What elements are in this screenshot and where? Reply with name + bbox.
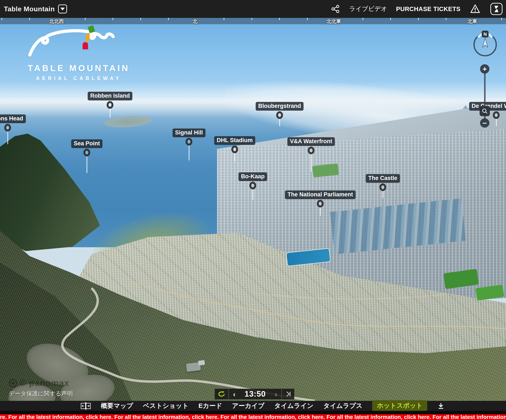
loop-icon [217,390,226,398]
hotspot-stem [189,146,189,160]
panorama-photo[interactable] [0,18,506,412]
compass-strip: 北北西 北 北北東 北東 [0,18,506,24]
skip-to-latest-button[interactable] [282,389,294,399]
ticker-text: re. For all the latest information, clic… [0,414,506,420]
tab-hotspots[interactable]: ホットスポット [372,400,427,412]
next-frame-button[interactable]: › [271,389,281,399]
camera-title: Table Mountain [4,5,55,13]
tab-timelapse[interactable]: タイムラプス [323,401,362,410]
north-badge: N [483,32,487,37]
privacy-statement-link[interactable]: データ保護に関する声明 [9,390,73,397]
cableway-station-roof [198,360,205,365]
compass-direction-nne: 北北東 [327,18,341,25]
hotspot-stem [110,109,110,118]
hotspot-stem [496,119,497,126]
hotspot-stem [253,189,253,200]
hotspot-ring-icon[interactable] [317,200,324,207]
zoom-out-button[interactable]: − [480,118,489,128]
panomax-fullscreen-button[interactable] [490,2,503,15]
hotspot-stem [234,153,235,161]
top-bar: Table Mountain ライブビデオ PURCHASE TICKETS [0,0,506,18]
share-icon[interactable] [331,4,340,14]
zoom-in-button[interactable]: + [480,64,489,74]
hotspot-ring-icon[interactable] [107,101,113,109]
live-video-link[interactable]: ライブビデオ [349,5,387,13]
hotspot-stem [7,132,8,144]
hotspot-label[interactable]: The Castle [366,174,400,183]
hotspot-label[interactable]: Bo-Kaap [238,172,267,181]
loop-playback-button[interactable] [215,389,228,399]
purchase-tickets-link[interactable]: PURCHASE TICKETS [396,6,460,13]
hotspot-stem [87,156,87,173]
hotspot-ring-icon[interactable] [186,138,192,146]
panomax-swirl-icon [8,379,17,388]
hotspot-ring-icon[interactable] [380,183,386,191]
hotspot-label[interactable]: Sea Point [71,139,102,148]
hotspot-label[interactable]: Lions Head [0,114,26,123]
panorama-viewer: Table Mountain ライブビデオ PURCHASE TICKETS [0,0,506,420]
hotspot-ring-icon[interactable] [276,111,283,119]
magnifier-icon [481,108,488,114]
tab-best-shot[interactable]: ベストショット [143,401,189,410]
tab-ecard[interactable]: Eカード [199,401,222,410]
news-ticker[interactable]: re. For all the latest information, clic… [0,414,506,420]
zoom-handle[interactable] [479,106,490,116]
warning-icon[interactable] [469,3,481,15]
previous-frame-button[interactable]: ‹ [229,389,240,399]
hotspot-ring-icon[interactable] [493,111,500,119]
hotspot-stem [320,207,321,215]
current-time: 13:50 [240,389,271,399]
panomax-watermark: © panomax [8,378,69,388]
hotspot-label[interactable]: Bloubergstrand [256,102,303,111]
hotspot-ring-icon[interactable] [231,146,238,153]
compass-direction-nnw: 北北西 [49,18,64,25]
hotspot-ring-icon[interactable] [4,124,11,132]
download-icon[interactable] [437,402,445,410]
hotspot-label[interactable]: The National Parliament [285,190,356,199]
hotspot-ring-icon[interactable] [83,149,90,156]
tab-timeline[interactable]: タイムライン [274,401,313,410]
camera-select-dropdown[interactable] [58,5,67,13]
skip-end-icon [285,391,292,397]
hotspot-label[interactable]: DHL Stadium [214,136,255,145]
tab-overview-map[interactable]: 概要マップ [101,401,133,410]
bottom-tab-bar: 概要マップ ベストショット Eカード アーカイブ タイムライン タイムラプス ホ… [0,401,506,411]
hotspot-label[interactable]: Robben Island [88,92,132,100]
compass-rose[interactable]: N [473,30,498,58]
divider-strip [0,411,506,414]
mountain-roads [0,18,506,412]
compass-direction-ne: 北東 [467,18,477,25]
time-control: ‹ 13:50 › [215,389,294,399]
chevron-down-icon [60,8,65,10]
hotspot-label[interactable]: Signal Hill [173,128,206,137]
hotspot-stem [280,119,280,126]
compass-direction-n: 北 [193,18,198,25]
hotspot-stem [383,191,383,198]
hotspot-ring-icon[interactable] [308,147,314,154]
hotspot-stem [311,154,312,172]
panel-resize-icon[interactable] [80,402,91,410]
hotspot-ring-icon[interactable] [249,182,256,189]
hotspot-label[interactable]: V&A Waterfront [287,137,335,146]
tab-archive[interactable]: アーカイブ [232,401,265,410]
